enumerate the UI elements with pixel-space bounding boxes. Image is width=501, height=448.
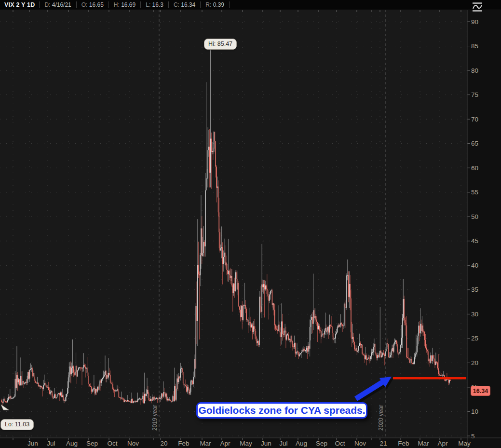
y-axis-label: 55 bbox=[471, 189, 478, 196]
year-label: 2019 year bbox=[151, 405, 158, 431]
last-price-axis-tag: 16.34 bbox=[471, 386, 490, 396]
high-marker-bubble: Hi: 85.47 bbox=[204, 39, 237, 50]
x-axis-label: Jul bbox=[47, 440, 55, 447]
year-label: 2020 year bbox=[378, 405, 384, 431]
x-axis-label: Sep bbox=[316, 440, 327, 447]
x-axis-label: Nov bbox=[354, 440, 366, 447]
x-axis-label: Oct bbox=[335, 440, 345, 447]
x-axis-label: Apr bbox=[220, 440, 230, 447]
ohlc-field: L: 16.3 bbox=[141, 1, 168, 8]
y-axis-label: 75 bbox=[471, 91, 478, 98]
ohlc-field: H: 16.69 bbox=[109, 1, 140, 8]
low-marker-label: Lo: 11.03 bbox=[5, 421, 29, 428]
y-axis-label: 20 bbox=[471, 359, 478, 367]
y-axis-label: 90 bbox=[471, 18, 478, 26]
ohlc-readout-bar: VIX 2 Y 1D D: 4/16/21O: 16.65H: 16.69L: … bbox=[0, 0, 501, 10]
x-axis-label: Sep bbox=[86, 440, 98, 447]
x-axis-label: Mar bbox=[200, 440, 211, 447]
goldielocks-annotation[interactable]: Goldielocks zone for CYA spreads. bbox=[196, 402, 367, 419]
price-chart-area[interactable]: 90858075706560555045403530252015105JunJu… bbox=[0, 10, 501, 448]
y-axis-label: 30 bbox=[471, 311, 478, 318]
y-axis-label: 5 bbox=[471, 433, 475, 440]
x-axis-label: Oct bbox=[107, 440, 117, 447]
candlestick-chart[interactable]: 90858075706560555045403530252015105JunJu… bbox=[0, 10, 501, 448]
high-marker-label: Hi: 85.47 bbox=[208, 41, 232, 47]
x-axis-label: Jun bbox=[27, 440, 38, 447]
x-axis-label: Feb bbox=[178, 440, 189, 447]
studies-squiggle-icon[interactable] bbox=[471, 1, 484, 13]
ohlc-field: D: 4/16/21 bbox=[40, 1, 76, 8]
ohlc-field: C: 16.34 bbox=[169, 1, 200, 8]
x-axis-label: Jul bbox=[279, 440, 287, 447]
x-axis-label: May bbox=[458, 440, 471, 447]
y-axis-label: 80 bbox=[471, 67, 478, 74]
y-axis-label: 60 bbox=[471, 164, 478, 172]
low-marker-bubble: Lo: 11.03 bbox=[0, 419, 34, 430]
y-axis-label: 25 bbox=[471, 335, 478, 342]
field-separator bbox=[229, 1, 230, 8]
x-axis-label: Jun bbox=[261, 440, 271, 447]
x-axis-label: 21 bbox=[379, 440, 387, 447]
x-axis-label: May bbox=[240, 440, 252, 447]
y-axis-label: 45 bbox=[471, 237, 478, 244]
x-axis-label: Mar bbox=[418, 440, 429, 447]
symbol-title: VIX 2 Y 1D bbox=[0, 1, 39, 8]
ohlc-field: R: 0.39 bbox=[201, 1, 229, 8]
y-axis-label: 50 bbox=[471, 213, 478, 220]
y-axis-label: 35 bbox=[471, 286, 478, 293]
y-axis-label: 65 bbox=[471, 140, 478, 147]
annotation-text: Goldielocks zone for CYA spreads. bbox=[198, 405, 365, 416]
y-axis-label: 10 bbox=[471, 408, 478, 415]
x-axis-label: Apr bbox=[437, 440, 448, 447]
y-axis-label: 85 bbox=[471, 42, 478, 50]
x-axis-label: Feb bbox=[398, 440, 409, 447]
x-axis-label: Nov bbox=[127, 440, 139, 447]
x-axis-label: Aug bbox=[296, 440, 307, 447]
y-axis-label: 70 bbox=[471, 116, 478, 123]
ohlc-field: O: 16.65 bbox=[77, 1, 108, 8]
x-axis-label: Aug bbox=[66, 440, 78, 447]
y-axis-label: 40 bbox=[471, 262, 478, 269]
x-axis-label: 20 bbox=[160, 440, 167, 447]
